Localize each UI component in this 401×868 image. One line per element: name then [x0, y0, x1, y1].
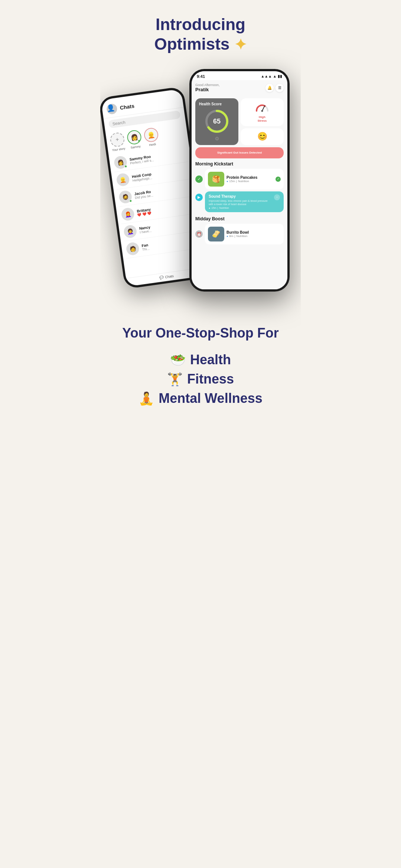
pancakes-meta: ● 15m | Nutrition — [226, 180, 273, 183]
sound-therapy-card[interactable]: Sound Therapy Improved sleep, less chron… — [205, 191, 284, 212]
greeting-sub: Good Afternoon, — [195, 83, 220, 87]
story-your-story[interactable]: + Your story — [110, 132, 126, 152]
status-time: 9:41 — [197, 74, 205, 79]
search-placeholder: Search — [112, 120, 125, 126]
info-icon: ⓘ — [199, 137, 235, 141]
fitness-label: Fitness — [187, 371, 234, 387]
title-line2: Optimists — [154, 35, 229, 53]
chat-info-heidi: Heidi Coop Hedgehogs... — [131, 167, 188, 182]
task-checkmark: ✓ — [276, 177, 281, 182]
pancakes-category: Nutrition — [238, 180, 249, 183]
sound-category: Nutrition — [219, 207, 229, 209]
story-label-heidi: Heidi — [149, 142, 156, 147]
health-content: Good Afternoon, Pratik 🔔 ☰ Health Score — [192, 80, 287, 289]
story-label-sammy: Sammy — [130, 145, 141, 149]
pancakes-time: 15m — [229, 180, 235, 183]
health-score-circle: 65 — [204, 108, 230, 134]
wellness-emoji: 🧘 — [138, 391, 154, 406]
story-circle-sammy[interactable]: 👩 — [126, 129, 142, 145]
stress-card: HighStress — [241, 98, 284, 126]
sound-info: Sound Therapy Improved sleep, less chron… — [209, 194, 272, 209]
stress-label: HighStress — [258, 115, 267, 122]
menu-icon[interactable]: ☰ — [276, 84, 284, 92]
chat-avatar-nancy: 👩‍🦱 — [123, 224, 137, 238]
burrito-image: 🫔 — [208, 227, 224, 241]
play-indicator: ▶ — [195, 194, 203, 201]
story-label-yours: Your story — [112, 147, 125, 152]
svg-point-3 — [261, 110, 263, 112]
clock-dot: ● — [226, 180, 228, 183]
tagline: Your One-Stop-Shop For — [122, 325, 278, 341]
chat-user-avatar: 👤 — [106, 103, 118, 115]
chat-icon: 💬 — [159, 275, 164, 279]
burrito-card[interactable]: 🫔 Burrito Bowl ● 8m | Nutrition — [205, 224, 284, 244]
health-score-value: 65 — [213, 117, 221, 125]
sound-time: 15m — [211, 207, 216, 209]
burrito-dot: ● — [226, 235, 228, 237]
feature-list: 🥗 Health 🏋️ Fitness 🧘 Mental Wellness — [122, 352, 278, 406]
mood-emoji: 😊 — [257, 132, 267, 141]
greeting-name: Pratik — [195, 87, 220, 92]
chat-info-sammy: Sammy Roo Perfect, i will s... — [129, 149, 186, 165]
sparkle-icon: ✦ — [234, 36, 247, 53]
burrito-name: Burrito Bowl — [226, 230, 281, 234]
phones-container: 👤 Chats Search + Your story — [111, 69, 290, 299]
intro-title: Introducing Optimists ✦ — [154, 15, 247, 54]
emoji-card: 😊 — [241, 128, 284, 145]
chat-avatar-sammy: 👩 — [113, 155, 127, 169]
protein-pancakes-row: ✓ 🥞 Protein Pancakes ● 15m | Nutrition — [195, 169, 284, 190]
sound-name: Sound Therapy — [209, 194, 272, 198]
burrito-row: ⏰ 🫔 Burrito Bowl ● 8m | Nutrition — [195, 224, 284, 244]
signal-icon: ▲▲▲ — [261, 74, 272, 78]
chat-avatar-brittany: 👩‍🦰 — [121, 207, 135, 221]
add-story-circle[interactable]: + — [110, 132, 125, 148]
title-line1: Introducing — [156, 15, 245, 33]
pancakes-info: Protein Pancakes ● 15m | Nutrition — [226, 175, 273, 183]
sound-sep: | — [218, 207, 218, 209]
burrito-time: 8m — [229, 234, 233, 238]
midday-section-title: Midday Boost — [195, 216, 284, 221]
burrito-category: Nutrition — [236, 234, 247, 238]
pancakes-name: Protein Pancakes — [226, 175, 273, 180]
battery-icon: ▮▮ — [278, 74, 282, 78]
story-heidi[interactable]: 👱 Heidi — [143, 127, 160, 147]
sound-arrow-icon[interactable]: › — [274, 194, 280, 200]
meta-sep: | — [236, 180, 237, 183]
story-sammy[interactable]: 👩 Sammy — [126, 129, 143, 149]
status-bar: 9:41 ▲▲▲ ▲ ▮▮ — [192, 71, 287, 80]
bell-icon[interactable]: 🔔 — [265, 84, 274, 92]
protein-pancakes-card[interactable]: 🥞 Protein Pancakes ● 15m | Nutrition — [205, 169, 284, 190]
morning-section-title: Morning Kickstart — [195, 161, 284, 167]
chat-avatar-fan: 🧑 — [125, 241, 140, 256]
chat-avatar-jacob: 🧔 — [118, 190, 133, 204]
health-score-label: Health Score — [199, 102, 222, 106]
alert-card: Significant Gut Issues Detected — [195, 147, 284, 158]
chat-avatar-heidi: 👱 — [116, 172, 130, 187]
pancakes-image: 🥞 — [208, 172, 224, 187]
chat-info-nancy: Nancy I have... — [139, 218, 196, 234]
sound-desc: Improved sleep, less chronic pain & bloo… — [209, 199, 272, 206]
health-emoji: 🥗 — [170, 352, 186, 367]
alert-text: Significant Gut Issues Detected — [217, 151, 262, 155]
wellness-label: Mental Wellness — [159, 391, 262, 406]
chat-title: Chats — [120, 103, 135, 111]
story-circle-heidi[interactable]: 👱 — [143, 127, 159, 143]
health-label: Health — [190, 352, 231, 368]
midday-dot: ⏰ — [195, 230, 203, 238]
wifi-icon: ▲ — [273, 74, 277, 78]
burrito-info: Burrito Bowl ● 8m | Nutrition — [226, 230, 281, 238]
chat-info-jacob: Jacob Ro Did you se... — [134, 184, 191, 200]
health-phone: 9:41 ▲▲▲ ▲ ▮▮ Good Afternoon, Pratik — [189, 69, 290, 292]
feature-health: 🥗 Health — [170, 352, 231, 368]
sound-meta: ● 15m | Nutrition — [209, 207, 272, 209]
sound-therapy-row: ▶ Sound Therapy Improved sleep, less chr… — [195, 191, 284, 214]
chat-info-brittany: Brittany ❤️ ❤️ ❤️ — [137, 201, 193, 217]
health-score-card: Health Score 65 ⓘ — [195, 98, 238, 145]
feature-wellness: 🧘 Mental Wellness — [138, 391, 262, 406]
sound-dot: ● — [209, 207, 210, 209]
bottom-section: Your One-Stop-Shop For 🥗 Health 🏋️ Fitne… — [122, 325, 278, 406]
chat-bottom-label: Chats — [165, 274, 174, 279]
task-done-dot: ✓ — [195, 175, 203, 183]
fitness-emoji: 🏋️ — [167, 372, 183, 387]
burrito-sep: | — [234, 234, 235, 238]
